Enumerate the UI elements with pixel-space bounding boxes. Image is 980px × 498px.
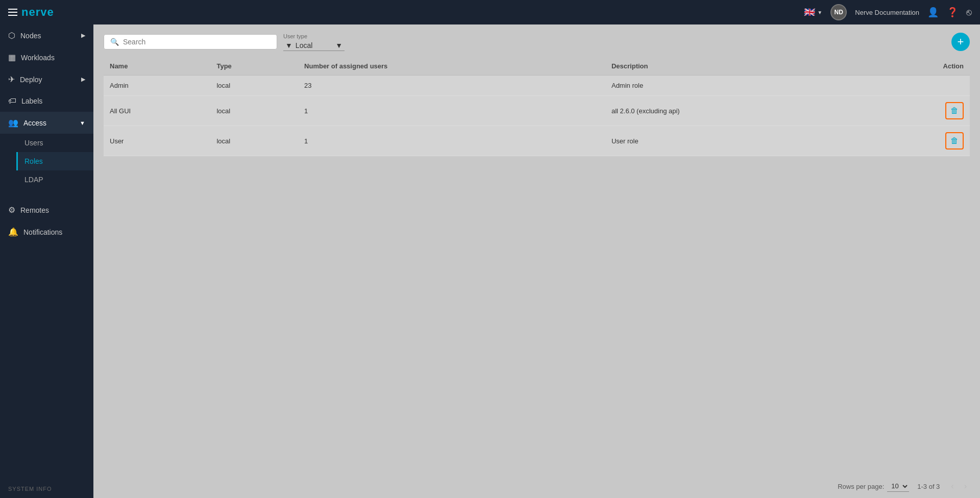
cell-name: User — [104, 126, 210, 156]
add-role-button[interactable]: + — [951, 33, 970, 51]
rows-per-page-label: Rows per page: — [838, 483, 884, 490]
filter-label: User type — [283, 33, 345, 39]
logo-area: nerve — [8, 6, 798, 19]
sidebar-item-ldap[interactable]: LDAP — [16, 170, 93, 189]
language-selector[interactable]: 🇬🇧 ▼ — [804, 7, 822, 18]
sidebar-item-labels[interactable]: 🏷 Labels — [0, 90, 93, 112]
delete-all-gui-button[interactable]: 🗑 — [947, 104, 962, 117]
cell-action: 🗑 — [864, 96, 970, 126]
toolbar: 🔍 User type ▼ Local ▼ + — [93, 24, 980, 57]
pagination: Rows per page: 10 25 50 1-3 of 3 ‹ › — [93, 475, 980, 498]
col-name: Name — [104, 57, 210, 76]
chevron-right-icon: ▶ — [81, 76, 85, 83]
labels-icon: 🏷 — [8, 96, 16, 106]
roles-table: Name Type Number of assigned users Descr… — [104, 57, 970, 156]
cell-name: Admin — [104, 76, 210, 96]
sidebar-item-workloads[interactable]: ▦ Workloads — [0, 46, 93, 68]
menu-toggle[interactable] — [8, 9, 17, 16]
sidebar-item-nodes[interactable]: ⬡ Nodes ▶ — [0, 24, 93, 46]
col-action: Action — [864, 57, 970, 76]
sidebar-item-label: Notifications — [23, 228, 62, 236]
chevron-down-icon: ▼ — [335, 41, 342, 49]
documentation-link[interactable]: Nerve Documentation — [855, 9, 919, 16]
workloads-icon: ▦ — [8, 53, 16, 62]
sidebar-item-users[interactable]: Users — [16, 134, 93, 152]
cell-description: Admin role — [605, 76, 864, 96]
table-row: Admin local 23 Admin role — [104, 76, 970, 96]
top-navigation: nerve 🇬🇧 ▼ ND Nerve Documentation 👤 ❓ ⎋ — [0, 0, 980, 24]
sidebar-item-label: Workloads — [21, 54, 55, 62]
search-box[interactable]: 🔍 — [104, 34, 277, 49]
previous-page-button[interactable]: ‹ — [948, 481, 957, 492]
table-row: User local 1 User role 🗑 — [104, 126, 970, 156]
table-body: Admin local 23 Admin role All GUI local — [104, 76, 970, 156]
cell-action: 🗑 — [864, 126, 970, 156]
topnav-right: 🇬🇧 ▼ ND Nerve Documentation 👤 ❓ ⎋ — [804, 4, 972, 20]
sidebar-item-label: Labels — [21, 97, 42, 105]
filter-icon: ▼ — [285, 41, 292, 49]
help-icon[interactable]: ❓ — [947, 7, 958, 18]
remotes-icon: ⚙ — [8, 205, 15, 215]
rows-per-page-select[interactable]: 10 25 50 — [887, 481, 909, 492]
profile-icon[interactable]: 👤 — [927, 7, 939, 18]
cell-description: all 2.6.0 (excluding api) — [605, 96, 864, 126]
delete-user-button[interactable]: 🗑 — [947, 134, 962, 147]
sidebar-item-label: Remotes — [20, 206, 49, 214]
sidebar-item-roles[interactable]: Roles — [16, 152, 93, 170]
nodes-icon: ⬡ — [8, 31, 15, 40]
sidebar-item-remotes[interactable]: ⚙ Remotes — [0, 199, 93, 221]
rows-per-page: Rows per page: 10 25 50 — [838, 481, 909, 492]
notifications-icon: 🔔 — [8, 227, 18, 237]
page-info: 1-3 of 3 — [917, 483, 940, 490]
col-description: Description — [605, 57, 864, 76]
cell-assigned-users: 1 — [298, 96, 605, 126]
filter-value: Local — [296, 41, 312, 49]
cell-type: local — [210, 126, 298, 156]
highlighted-delete-area: 🗑 — [945, 102, 964, 119]
plus-icon: + — [958, 35, 964, 48]
filter-box: User type ▼ Local ▼ — [283, 33, 345, 51]
sidebar-item-notifications[interactable]: 🔔 Notifications — [0, 221, 93, 243]
cell-type: local — [210, 76, 298, 96]
sidebar: ⬡ Nodes ▶ ▦ Workloads ✈ Deploy ▶ 🏷 Label… — [0, 24, 93, 498]
sidebar-item-deploy[interactable]: ✈ Deploy ▶ — [0, 68, 93, 90]
highlighted-delete-area-2: 🗑 — [945, 132, 964, 150]
cell-assigned-users: 23 — [298, 76, 605, 96]
col-type: Type — [210, 57, 298, 76]
app-logo: nerve — [21, 6, 54, 19]
access-submenu: Users Roles LDAP — [0, 134, 93, 189]
main-content: 🔍 User type ▼ Local ▼ + Name — [93, 24, 980, 498]
chevron-down-icon: ▼ — [817, 10, 822, 15]
sidebar-item-label: Access — [23, 119, 46, 127]
cell-type: local — [210, 96, 298, 126]
cell-action — [864, 76, 970, 96]
next-page-button[interactable]: › — [961, 481, 970, 492]
sidebar-item-label: Nodes — [20, 32, 41, 40]
avatar[interactable]: ND — [830, 4, 847, 20]
deploy-icon: ✈ — [8, 74, 15, 84]
logout-icon[interactable]: ⎋ — [966, 7, 972, 18]
chevron-down-icon: ▼ — [80, 120, 85, 126]
cell-description: User role — [605, 126, 864, 156]
sidebar-item-label: Deploy — [20, 76, 42, 84]
cell-assigned-users: 1 — [298, 126, 605, 156]
system-info[interactable]: SYSTEM INFO — [0, 480, 93, 498]
table-header: Name Type Number of assigned users Descr… — [104, 57, 970, 76]
uk-flag-icon: 🇬🇧 — [804, 7, 815, 18]
chevron-right-icon: ▶ — [81, 32, 85, 39]
search-input[interactable] — [123, 38, 271, 46]
table-row: All GUI local 1 all 2.6.0 (excluding api… — [104, 96, 970, 126]
main-layout: ⬡ Nodes ▶ ▦ Workloads ✈ Deploy ▶ 🏷 Label… — [0, 24, 980, 498]
sidebar-item-access[interactable]: 👥 Access ▼ — [0, 112, 93, 134]
roles-table-container: Name Type Number of assigned users Descr… — [93, 57, 980, 475]
cell-name: All GUI — [104, 96, 210, 126]
search-icon: 🔍 — [110, 38, 119, 46]
col-assigned-users: Number of assigned users — [298, 57, 605, 76]
user-type-filter[interactable]: ▼ Local ▼ — [283, 40, 345, 51]
access-icon: 👥 — [8, 118, 18, 128]
